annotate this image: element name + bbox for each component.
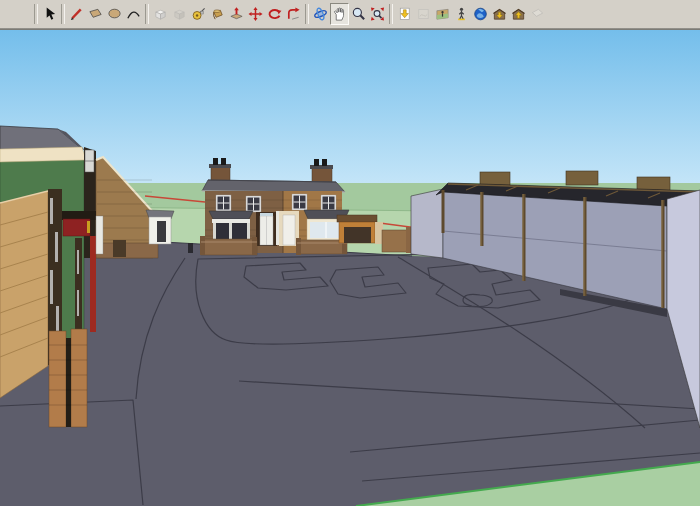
pencil-icon xyxy=(69,6,84,22)
main-toolbar xyxy=(0,0,700,28)
photo-textures-button[interactable] xyxy=(433,3,452,25)
page-down-arrow-icon xyxy=(397,6,412,22)
component-box-icon xyxy=(153,6,168,22)
toolbar-separator xyxy=(389,4,393,24)
line-tool-button[interactable] xyxy=(67,3,86,25)
section-plane-icon xyxy=(530,6,545,22)
zoom-tool-button[interactable] xyxy=(349,3,368,25)
select-arrow-icon xyxy=(42,6,57,22)
circle-icon xyxy=(107,6,122,22)
photo-texture-tile-icon xyxy=(435,6,450,22)
warehouse-download-icon xyxy=(492,6,507,22)
model-viewport xyxy=(0,30,700,506)
get-current-view-button[interactable] xyxy=(395,3,414,25)
section-plane-button[interactable] xyxy=(528,3,547,25)
get-models-button[interactable] xyxy=(490,3,509,25)
make-component-button[interactable] xyxy=(151,3,170,25)
rotate-tool-button[interactable] xyxy=(265,3,284,25)
paint-bucket-icon xyxy=(210,6,225,22)
arc-icon xyxy=(126,6,141,22)
circle-tool-button[interactable] xyxy=(105,3,124,25)
orbit-tool-button[interactable] xyxy=(311,3,330,25)
follow-me-button[interactable] xyxy=(170,3,189,25)
toolbar-separator xyxy=(145,4,149,24)
arc-tool-button[interactable] xyxy=(124,3,143,25)
standing-figure-icon xyxy=(454,6,469,22)
pan-tool-button[interactable] xyxy=(330,3,349,25)
grey-box-icon xyxy=(172,6,187,22)
globe-icon xyxy=(473,6,488,22)
tape-measure-button[interactable] xyxy=(189,3,208,25)
rectangle-icon xyxy=(88,6,103,22)
zoom-extents-button[interactable] xyxy=(368,3,387,25)
move-tool-button[interactable] xyxy=(246,3,265,25)
share-model-button[interactable] xyxy=(509,3,528,25)
toolbar-separator xyxy=(305,4,309,24)
rectangle-tool-button[interactable] xyxy=(86,3,105,25)
position-camera-button[interactable] xyxy=(452,3,471,25)
toolbar-grip xyxy=(10,3,32,25)
zoom-extents-icon xyxy=(370,6,385,22)
warehouse-upload-icon xyxy=(511,6,526,22)
toolbar-separator xyxy=(61,4,65,24)
orbit-icon xyxy=(313,6,328,22)
rotate-arrows-icon xyxy=(267,6,282,22)
viewport-canvas[interactable] xyxy=(0,30,700,506)
push-pull-icon xyxy=(229,6,244,22)
terrain-page-icon xyxy=(416,6,431,22)
move-arrows-icon xyxy=(248,6,263,22)
pan-hand-icon xyxy=(332,6,347,22)
google-earth-button[interactable] xyxy=(471,3,490,25)
push-pull-button[interactable] xyxy=(227,3,246,25)
magnifier-icon xyxy=(351,6,366,22)
offset-arrow-icon xyxy=(286,6,301,22)
toggle-terrain-button[interactable] xyxy=(414,3,433,25)
paint-bucket-button[interactable] xyxy=(208,3,227,25)
left-front-door xyxy=(256,212,277,246)
offset-tool-button[interactable] xyxy=(284,3,303,25)
toolbar-separator xyxy=(34,4,38,24)
tape-measure-icon xyxy=(191,6,206,22)
left-bay-window xyxy=(209,211,253,242)
select-tool-button[interactable] xyxy=(40,3,59,25)
